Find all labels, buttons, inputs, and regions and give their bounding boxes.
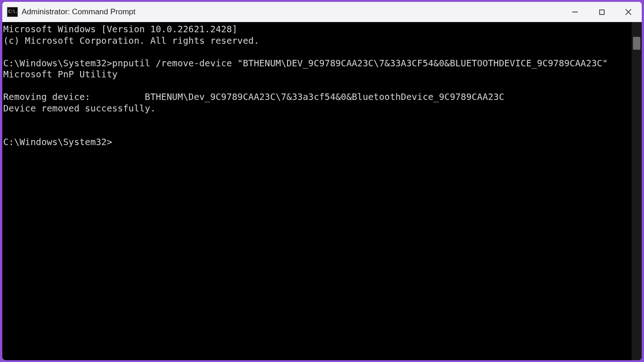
scrollbar-thumb[interactable] [633, 37, 640, 50]
terminal-line: C:\Windows\System32>pnputil /remove-devi… [3, 58, 608, 69]
close-icon [625, 9, 632, 15]
terminal-prompt: C:\Windows\System32> [3, 137, 112, 147]
vertical-scrollbar[interactable] [632, 22, 642, 360]
terminal-line: Device removed successfully. [3, 103, 156, 114]
terminal-output[interactable]: Microsoft Windows [Version 10.0.22621.24… [2, 22, 632, 360]
minimize-button[interactable] [562, 2, 588, 22]
maximize-button[interactable] [588, 2, 615, 22]
console-area: Microsoft Windows [Version 10.0.22621.24… [2, 22, 642, 360]
terminal-line: (c) Microsoft Corporation. All rights re… [3, 35, 259, 46]
command-prompt-window: C:\. Administrator: Command Prompt Micro… [2, 1, 642, 361]
cmd-app-icon: C:\. [7, 7, 18, 17]
terminal-line: Microsoft Windows [Version 10.0.22621.24… [3, 24, 237, 35]
titlebar[interactable]: C:\. Administrator: Command Prompt [2, 2, 642, 22]
maximize-icon [599, 9, 605, 15]
close-button[interactable] [615, 2, 642, 22]
window-controls [562, 2, 642, 22]
terminal-line: Removing device: BTHENUM\Dev_9C9789CAA23… [3, 92, 504, 102]
terminal-line: Microsoft PnP Utility [3, 69, 118, 80]
minimize-icon [572, 9, 578, 15]
cmd-icon-glyph: C:\. [7, 10, 17, 14]
svg-rect-1 [599, 10, 604, 14]
window-title: Administrator: Command Prompt [22, 7, 136, 17]
